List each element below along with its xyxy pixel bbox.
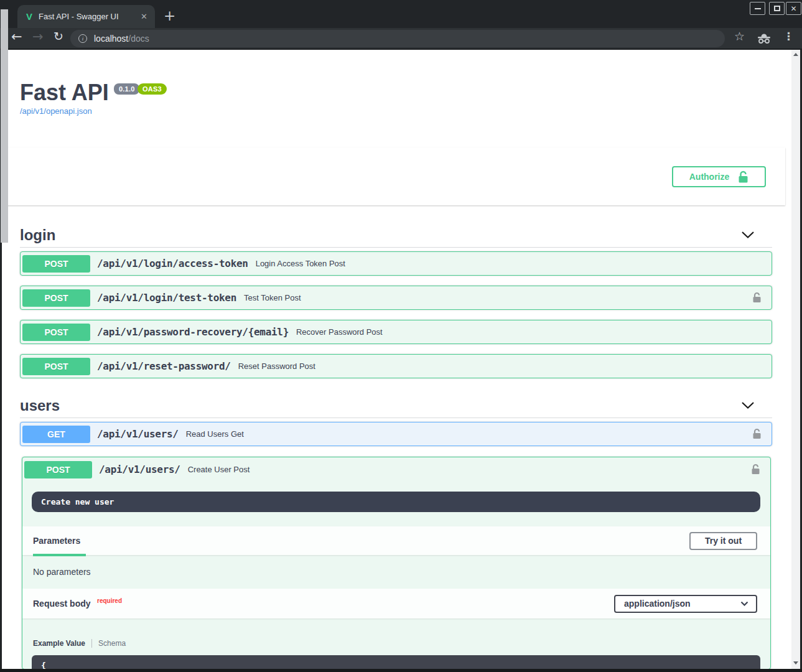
page-title: Fast API xyxy=(20,80,109,106)
endpoint-row[interactable]: POST /api/v1/reset-password/ Reset Passw… xyxy=(20,354,772,378)
scroll-up-arrow[interactable] xyxy=(793,53,798,56)
endpoint-row[interactable]: POST /api/v1/password-recovery/{email} R… xyxy=(20,320,772,344)
kebab-menu-icon[interactable]: ⋮ xyxy=(783,31,794,42)
endpoint-row[interactable]: POST /api/v1/login/test-token Test Token… xyxy=(20,286,772,310)
new-tab-button[interactable]: + xyxy=(164,7,175,24)
endpoint-row[interactable]: POST /api/v1/users/ Create User Post xyxy=(22,457,770,482)
opblock-expanded-create-user: POST /api/v1/users/ Create User Post Cre… xyxy=(22,457,771,670)
request-body-label-group: Request body required xyxy=(33,598,122,609)
no-parameters-text: No parameters xyxy=(33,567,91,577)
tab-title: Fast API - Swagger UI xyxy=(39,12,141,21)
endpoint-list-login: POST /api/v1/login/access-token Login Ac… xyxy=(20,251,772,378)
request-body-header: Request body required application/json xyxy=(22,589,770,618)
incognito-icon[interactable] xyxy=(757,32,772,44)
endpoint-summary: Reset Password Post xyxy=(238,362,315,371)
endpoint-summary: Recover Password Post xyxy=(296,327,383,337)
method-badge: POST xyxy=(22,358,90,375)
select-chevron-icon xyxy=(740,601,748,606)
try-it-out-button[interactable]: Try it out xyxy=(689,532,757,550)
endpoint-path: /api/v1/users/ xyxy=(97,428,179,440)
url-text: localhost/docs xyxy=(94,34,149,44)
endpoint-path: /api/v1/login/access-token xyxy=(97,258,248,269)
close-icon: ✕ xyxy=(790,5,796,12)
endpoint-row[interactable]: POST /api/v1/login/access-token Login Ac… xyxy=(20,251,772,276)
version-badge: 0.1.0 xyxy=(114,83,139,95)
method-badge: POST xyxy=(22,255,90,273)
maximize-button[interactable] xyxy=(769,2,785,15)
scheme-container: Authorize xyxy=(6,147,785,205)
address-bar[interactable]: i localhost/docs xyxy=(70,30,725,47)
url-path: /docs xyxy=(128,34,149,44)
lock-open-icon[interactable] xyxy=(752,428,762,440)
browser-window: V Fast API - Swagger UI ✕ + ✕ ← → ↻ i lo… xyxy=(0,0,802,672)
media-type-value: application/json xyxy=(624,599,691,609)
tab-close-icon[interactable]: ✕ xyxy=(141,12,147,21)
back-arrow-icon[interactable]: ← xyxy=(11,30,22,44)
endpoint-path: /api/v1/login/test-token xyxy=(97,292,236,304)
endpoint-summary: Create User Post xyxy=(188,465,250,474)
info-circle-icon[interactable]: i xyxy=(78,34,87,43)
endpoint-list-users: GET /api/v1/users/ Read Users Get xyxy=(20,422,772,446)
authorize-label: Authorize xyxy=(689,172,730,182)
section-header-users[interactable]: users xyxy=(20,393,772,418)
endpoint-path: /api/v1/reset-password/ xyxy=(97,360,231,372)
operation-description: Create new user xyxy=(32,492,760,512)
model-example-tabs: Example Value Schema xyxy=(33,639,126,648)
url-host: localhost xyxy=(94,34,128,44)
tab-separator xyxy=(91,639,92,648)
maximize-icon xyxy=(774,6,780,11)
lock-open-icon[interactable] xyxy=(752,292,762,304)
v-logo-favicon: V xyxy=(26,12,32,21)
browser-toolbar: ← → ↻ i localhost/docs ☆ ⋮ xyxy=(0,28,802,50)
method-badge: POST xyxy=(24,461,92,478)
endpoint-path: /api/v1/users/ xyxy=(99,464,180,475)
tab-schema[interactable]: Schema xyxy=(98,639,126,648)
oas3-badge: OAS3 xyxy=(138,83,167,95)
tab-parameters[interactable]: Parameters xyxy=(33,536,80,546)
endpoint-summary: Login Access Token Post xyxy=(256,259,345,268)
endpoint-summary: Read Users Get xyxy=(186,429,244,439)
chevron-down-icon[interactable] xyxy=(741,401,755,409)
method-badge: GET xyxy=(22,426,90,443)
minimize-button[interactable] xyxy=(750,2,765,15)
authorize-button[interactable]: Authorize xyxy=(672,166,766,187)
method-badge: POST xyxy=(22,289,90,307)
endpoint-row[interactable]: GET /api/v1/users/ Read Users Get xyxy=(20,422,772,446)
window-bottom-edge xyxy=(0,669,802,672)
unlock-icon xyxy=(738,170,748,184)
media-type-select[interactable]: application/json xyxy=(614,595,757,613)
endpoint-path: /api/v1/password-recovery/{email} xyxy=(97,326,289,338)
forward-arrow-icon[interactable]: → xyxy=(32,30,44,44)
scrollbar-thumb[interactable] xyxy=(1,9,8,243)
endpoint-summary: Test Token Post xyxy=(244,293,301,302)
chevron-down-icon[interactable] xyxy=(741,231,755,239)
section-title: users xyxy=(20,397,60,414)
lock-open-icon[interactable] xyxy=(751,464,760,475)
tag-section-login: login POST /api/v1/login/access-token Lo… xyxy=(20,223,772,388)
example-code-block[interactable]: { xyxy=(32,655,760,670)
minimize-icon xyxy=(755,8,761,9)
titlebar: V Fast API - Swagger UI ✕ + ✕ xyxy=(0,0,802,28)
method-badge: POST xyxy=(22,324,90,341)
parameters-header: Parameters Try it out xyxy=(22,526,770,555)
required-badge: required xyxy=(97,597,122,604)
scroll-down-arrow[interactable] xyxy=(793,661,798,665)
section-header-login[interactable]: login xyxy=(20,223,772,248)
request-body-label: Request body xyxy=(33,599,91,609)
reload-icon[interactable]: ↻ xyxy=(54,30,63,42)
tab-example-value[interactable]: Example Value xyxy=(33,639,85,648)
openapi-spec-link[interactable]: /api/v1/openapi.json xyxy=(20,106,92,116)
close-window-button[interactable]: ✕ xyxy=(786,2,801,15)
scrollbar[interactable] xyxy=(791,50,800,669)
tag-section-users: users GET /api/v1/users/ Read Users Get xyxy=(20,393,772,456)
section-title: login xyxy=(20,226,55,244)
star-icon[interactable]: ☆ xyxy=(734,30,745,42)
browser-tab[interactable]: V Fast API - Swagger UI ✕ xyxy=(17,5,155,28)
